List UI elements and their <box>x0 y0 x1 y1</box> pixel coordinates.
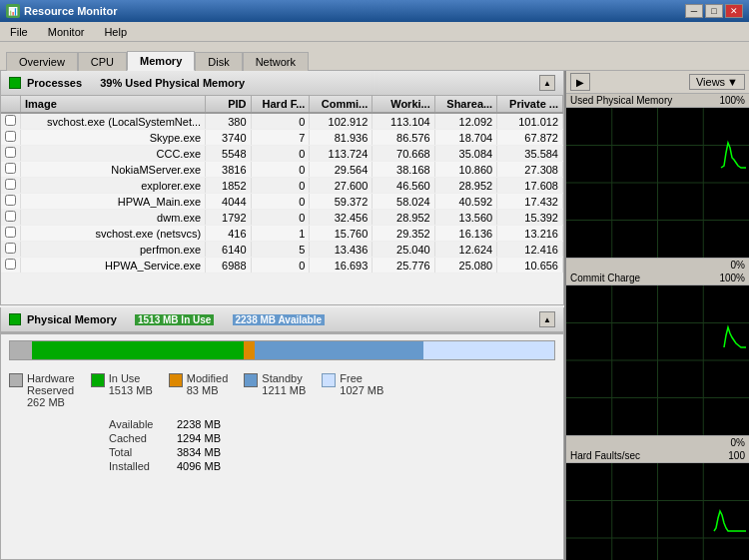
nav-prev-button[interactable]: ▶ <box>570 73 590 91</box>
row-checkbox[interactable] <box>1 258 21 274</box>
row-image: perfmon.exe <box>21 242 206 258</box>
legend-hardware-label: Hardware <box>27 372 75 384</box>
row-hard: 5 <box>251 242 310 258</box>
menu-help[interactable]: Help <box>98 25 133 39</box>
row-private: 101.012 <box>497 113 563 130</box>
minimize-button[interactable]: ─ <box>685 4 703 18</box>
row-commit: 27.600 <box>310 178 373 194</box>
legend-free-label: Free <box>340 372 383 384</box>
row-private: 10.656 <box>497 258 563 274</box>
row-hard: 0 <box>251 113 310 130</box>
table-row[interactable]: svchost.exe (LocalSystemNet... 380 0 102… <box>1 113 563 130</box>
window-title: Resource Monitor <box>24 5 118 17</box>
row-shared: 10.860 <box>434 162 496 178</box>
tab-disk[interactable]: Disk <box>195 52 242 71</box>
col-shared[interactable]: Sharea... <box>434 96 496 113</box>
row-shared: 18.704 <box>434 130 496 146</box>
graph1-area <box>566 108 749 258</box>
views-button[interactable]: Views ▼ <box>689 74 745 90</box>
row-pid: 380 <box>206 113 251 130</box>
stat-installed-label: Installed <box>109 460 169 472</box>
row-shared: 25.080 <box>434 258 496 274</box>
menu-bar: File Monitor Help <box>0 22 749 42</box>
col-checkbox[interactable] <box>1 96 21 113</box>
row-checkbox[interactable] <box>1 242 21 258</box>
col-commit[interactable]: Commi... <box>310 96 373 113</box>
row-hard: 0 <box>251 210 310 226</box>
table-row[interactable]: dwm.exe 1792 0 32.456 28.952 13.560 15.3… <box>1 210 563 226</box>
row-pid: 1852 <box>206 178 251 194</box>
available-badge: 2238 MB Available <box>233 314 326 325</box>
table-row[interactable]: svchost.exe (netsvcs) 416 1 15.760 29.35… <box>1 226 563 242</box>
table-row[interactable]: perfmon.exe 6140 5 13.436 25.040 12.624 … <box>1 242 563 258</box>
col-image[interactable]: Image <box>21 96 206 113</box>
table-row[interactable]: CCC.exe 5548 0 113.724 70.668 35.084 35.… <box>1 146 563 162</box>
legend-inuse-label: In Use <box>109 372 153 384</box>
table-row[interactable]: Skype.exe 3740 7 81.936 86.576 18.704 67… <box>1 130 563 146</box>
row-image: svchost.exe (netsvcs) <box>21 226 206 242</box>
memory-header: Physical Memory 1513 MB In Use 2238 MB A… <box>0 307 564 332</box>
table-row[interactable]: HPWA_Main.exe 4044 0 59.372 58.024 40.59… <box>1 194 563 210</box>
row-checkbox[interactable] <box>1 113 21 130</box>
col-working[interactable]: Worki... <box>373 96 434 113</box>
legend-hardware-color <box>9 373 23 387</box>
row-checkbox[interactable] <box>1 130 21 146</box>
row-private: 12.416 <box>497 242 563 258</box>
graph2-max: 100% <box>719 273 745 283</box>
tab-overview[interactable]: Overview <box>6 52 78 71</box>
row-private: 15.392 <box>497 210 563 226</box>
row-checkbox[interactable] <box>1 210 21 226</box>
row-checkbox[interactable] <box>1 178 21 194</box>
row-hard: 0 <box>251 258 310 274</box>
tab-memory[interactable]: Memory <box>127 51 195 71</box>
row-working: 38.168 <box>373 162 434 178</box>
col-hard[interactable]: Hard F... <box>251 96 310 113</box>
row-checkbox[interactable] <box>1 162 21 178</box>
row-commit: 13.436 <box>310 242 373 258</box>
graph-commit: Commit Charge 100% 0% <box>566 272 749 449</box>
process-table-container[interactable]: Image PID Hard F... Commi... Worki... Sh… <box>1 96 563 304</box>
row-private: 27.308 <box>497 162 563 178</box>
tab-cpu[interactable]: CPU <box>78 52 127 71</box>
table-row[interactable]: NokiaMServer.exe 3816 0 29.564 38.168 10… <box>1 162 563 178</box>
right-panel-header: ▶ Views ▼ <box>566 71 749 94</box>
legend-inuse-value: 1513 MB <box>109 384 153 396</box>
row-checkbox[interactable] <box>1 146 21 162</box>
tab-network[interactable]: Network <box>243 52 309 71</box>
row-checkbox[interactable] <box>1 226 21 242</box>
row-shared: 12.092 <box>434 113 496 130</box>
row-hard: 0 <box>251 194 310 210</box>
table-row[interactable]: explorer.exe 1852 0 27.600 46.560 28.952… <box>1 178 563 194</box>
col-private[interactable]: Private ... <box>497 96 563 113</box>
graph3-max: 100 <box>728 450 745 461</box>
stat-available-value: 2238 MB <box>177 418 221 430</box>
row-pid: 4044 <box>206 194 251 210</box>
menu-file[interactable]: File <box>4 25 34 39</box>
graph1-svg <box>566 108 749 258</box>
menu-monitor[interactable]: Monitor <box>42 25 91 39</box>
processes-header: Processes 39% Used Physical Memory ▲ <box>0 71 564 96</box>
close-button[interactable]: ✕ <box>725 4 743 18</box>
legend-free-value: 1027 MB <box>340 384 383 396</box>
legend-hardware-label2: Reserved <box>27 384 75 396</box>
row-checkbox[interactable] <box>1 194 21 210</box>
col-pid[interactable]: PID <box>206 96 251 113</box>
row-image: NokiaMServer.exe <box>21 162 206 178</box>
app-icon: 📊 <box>6 4 20 18</box>
memory-legend: Hardware Reserved 262 MB In Use 1513 MB <box>1 366 563 414</box>
row-commit: 32.456 <box>310 210 373 226</box>
stat-cached-label: Cached <box>109 432 169 444</box>
row-image: Skype.exe <box>21 130 206 146</box>
views-label: Views <box>696 76 725 88</box>
row-pid: 1792 <box>206 210 251 226</box>
bar-free <box>423 341 554 359</box>
graph3-header: Hard Faults/sec 100 <box>566 449 749 463</box>
maximize-button[interactable]: □ <box>705 4 723 18</box>
processes-collapse[interactable]: ▲ <box>539 75 555 91</box>
table-row[interactable]: HPWA_Service.exe 6988 0 16.693 25.776 25… <box>1 258 563 274</box>
row-image: HPWA_Main.exe <box>21 194 206 210</box>
row-working: 70.668 <box>373 146 434 162</box>
memory-collapse[interactable]: ▲ <box>539 311 555 327</box>
memory-bar <box>9 340 555 360</box>
row-hard: 0 <box>251 178 310 194</box>
